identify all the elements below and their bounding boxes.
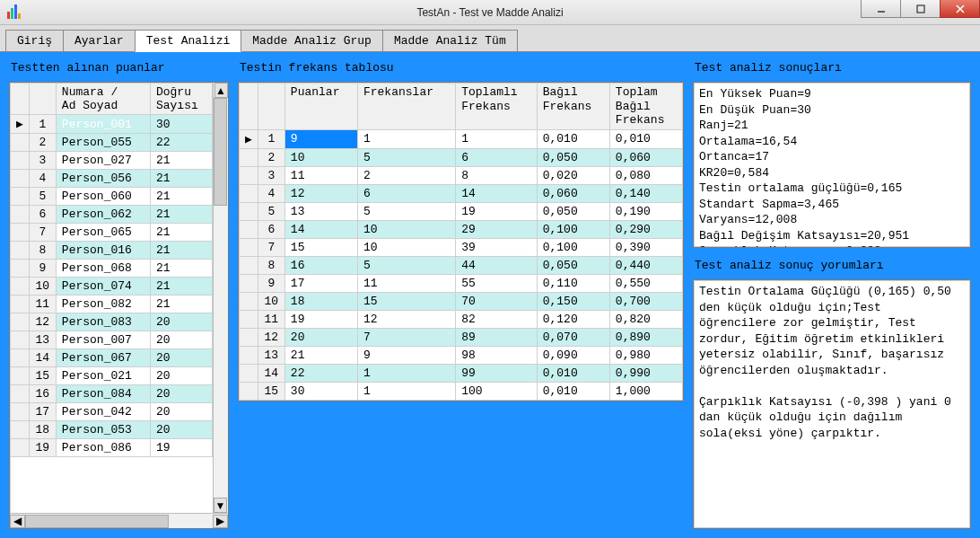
table-row[interactable]: 2Person_05522 [11, 134, 213, 152]
col-frek[interactable]: Frekanslar [357, 84, 455, 130]
table-row[interactable]: 8Person_01621 [11, 242, 213, 260]
table-row[interactable]: 91711550,1100,550 [240, 274, 683, 292]
comments-title: Test analiz sonuç yorumları [693, 257, 971, 274]
frequency-title: Testin frekans tablosu [238, 59, 684, 76]
tab-giriş[interactable]: Giriş [5, 30, 64, 52]
table-row[interactable]: 61410290,1000,290 [240, 220, 683, 238]
content-area: Testten alınan puanlar Numara / Ad Soyad… [0, 52, 980, 538]
table-row[interactable]: 14Person_06720 [11, 349, 213, 367]
table-row[interactable]: 15Person_02120 [11, 367, 213, 385]
table-row[interactable]: 10Person_07421 [11, 278, 213, 295]
col-toplam-bagil[interactable]: Toplam Bağıl Frekans [609, 84, 682, 130]
table-row[interactable]: 6Person_06221 [11, 206, 213, 224]
table-row[interactable]: 210560,0500,060 [240, 148, 683, 166]
col-name[interactable]: Numara / Ad Soyad [56, 84, 150, 115]
table-row[interactable]: 101815700,1500,700 [240, 292, 683, 310]
maximize-button[interactable] [900, 0, 941, 18]
table-row[interactable]: 4126140,0600,140 [240, 184, 683, 202]
table-row[interactable]: 19Person_08619 [11, 439, 213, 457]
window-title: TestAn - Test ve Madde Analizi [416, 6, 563, 19]
col-toplamli[interactable]: Toplamlı Frekans [456, 84, 538, 130]
comments-text[interactable]: Testin Ortalama Güçlüğü (0,165) 0,50 den… [693, 279, 971, 529]
frequency-panel: Testin frekans tablosu Puanlar Frekansla… [238, 59, 684, 529]
table-row[interactable]: ▶1Person_00130 [11, 115, 213, 134]
table-row[interactable]: 17Person_04220 [11, 403, 213, 421]
results-title: Test analiz sonuçları [693, 59, 971, 76]
window-controls [862, 0, 980, 18]
table-row[interactable]: 9Person_06821 [11, 260, 213, 278]
table-row[interactable]: 18Person_05320 [11, 421, 213, 439]
table-row[interactable]: 8165440,0500,440 [240, 256, 683, 274]
minimize-button[interactable] [861, 0, 901, 18]
table-row[interactable]: 7Person_06521 [11, 224, 213, 242]
table-row[interactable]: 12Person_08320 [11, 313, 213, 331]
app-icon [7, 4, 22, 19]
table-row[interactable]: 5135190,0500,190 [240, 202, 683, 220]
tab-bar: GirişAyarlarTest AnaliziMadde Analiz Gru… [0, 25, 980, 52]
table-row[interactable]: 71510390,1000,390 [240, 238, 683, 256]
scores-grid[interactable]: Numara / Ad Soyad Doğru Sayısı ▶1Person_… [9, 82, 229, 529]
table-row[interactable]: 5Person_06021 [11, 188, 213, 206]
frequency-grid[interactable]: Puanlar Frekanslar Toplamlı Frekans Bağı… [238, 82, 684, 401]
table-row[interactable]: 11Person_08221 [11, 295, 213, 313]
col-puanlar[interactable]: Puanlar [284, 84, 357, 130]
scores-title: Testten alınan puanlar [9, 59, 229, 76]
table-row[interactable]: 111912820,1200,820 [240, 310, 683, 328]
col-bagil[interactable]: Bağıl Frekans [537, 84, 609, 130]
table-row[interactable]: 3Person_02721 [11, 152, 213, 170]
table-row[interactable]: 13Person_00720 [11, 331, 213, 349]
app-window: TestAn - Test ve Madde Analizi GirişAyar… [0, 0, 980, 538]
table-row[interactable]: 153011000,0101,000 [240, 382, 683, 400]
tab-madde-analiz-grup[interactable]: Madde Analiz Grup [241, 30, 383, 52]
table-row[interactable]: 12207890,0700,890 [240, 328, 683, 346]
tab-madde-analiz-tüm[interactable]: Madde Analiz Tüm [382, 30, 518, 52]
results-text[interactable]: En Yüksek Puan=9 En Düşük Puan=30 Ranj=2… [693, 82, 971, 248]
table-row[interactable]: ▶19110,0100,010 [240, 129, 683, 148]
tab-ayarlar[interactable]: Ayarlar [63, 30, 136, 52]
scores-vscroll[interactable]: ▲ ▼ [213, 83, 228, 513]
tab-test-analizi[interactable]: Test Analizi [135, 30, 242, 52]
table-row[interactable]: 4Person_05621 [11, 170, 213, 188]
table-row[interactable]: 311280,0200,080 [240, 166, 683, 184]
table-row[interactable]: 16Person_08420 [11, 385, 213, 403]
svg-rect-1 [917, 5, 924, 13]
table-row[interactable]: 13219980,0900,980 [240, 346, 683, 364]
results-panel: Test analiz sonuçları En Yüksek Puan=9 E… [693, 59, 971, 529]
scores-hscroll[interactable]: ◀ ▶ [10, 513, 228, 528]
col-score[interactable]: Doğru Sayısı [150, 84, 212, 115]
table-row[interactable]: 14221990,0100,990 [240, 364, 683, 382]
scores-panel: Testten alınan puanlar Numara / Ad Soyad… [9, 59, 229, 529]
close-button[interactable] [940, 0, 980, 18]
title-bar[interactable]: TestAn - Test ve Madde Analizi [0, 0, 980, 25]
